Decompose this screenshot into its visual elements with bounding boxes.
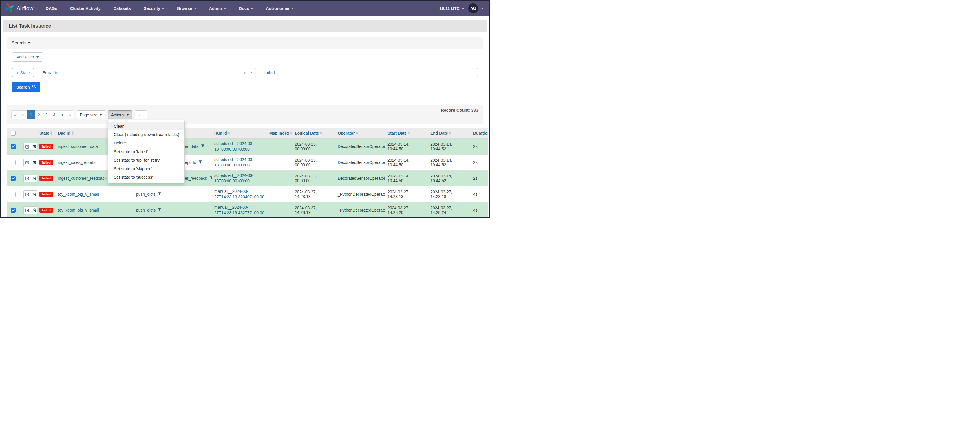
select-all-checkbox[interactable] (11, 131, 16, 136)
nav-item-dags[interactable]: DAGs (46, 6, 57, 11)
row-checkbox[interactable] (11, 160, 16, 165)
row-checkbox[interactable] (11, 192, 16, 197)
delete-record-button[interactable] (31, 191, 37, 198)
task-id-link[interactable]: push_dicts (136, 192, 156, 197)
actions-menu-item[interactable]: Set state to 'success' (108, 173, 185, 181)
nav-item-datasets[interactable]: Datasets (113, 6, 131, 11)
delete-record-button[interactable] (31, 207, 37, 214)
sort-icon[interactable] (356, 131, 358, 136)
nav-item-browse[interactable]: Browse (177, 6, 196, 11)
edit-record-button[interactable] (24, 207, 31, 214)
end-date-cell: 2024-03-27, 14:23:18 (428, 186, 471, 202)
dag-id-link[interactable]: ingest_customer_feedback (58, 176, 106, 181)
row-checkbox[interactable] (11, 144, 16, 149)
run-id-link[interactable]: manual__2024-03-27T14:23:13.323407+00:00 (214, 189, 265, 200)
filter-funnel-icon[interactable] (158, 192, 162, 197)
actions-menu-item[interactable]: Clear (108, 122, 185, 130)
actions-menu-item[interactable]: Set state to 'skipped' (108, 164, 185, 173)
row-checkbox[interactable] (11, 176, 16, 181)
dag-id-link[interactable]: ingest_sales_reports (58, 160, 95, 165)
duration-cell: 2s (471, 154, 488, 170)
remove-filter-icon[interactable]: x (16, 70, 18, 75)
sort-icon[interactable] (449, 131, 452, 136)
run-id-link[interactable]: scheduled__2024-03-13T00:00:00+00:00 (214, 173, 265, 184)
table-row: failed toy_xcom_big_v_small push_dicts m… (7, 186, 488, 202)
filter-funnel-icon[interactable] (201, 144, 205, 149)
start-date-cell: 2024-03-27, 14:28:20 (385, 202, 428, 218)
clock-label: 19:11 UTC (439, 6, 460, 11)
actions-menu-item[interactable]: Set state to 'failed' (108, 147, 185, 156)
column-header-run-id[interactable]: Run Id (212, 128, 267, 138)
dag-id-link[interactable]: ingest_customer_data (58, 144, 98, 149)
delete-record-button[interactable] (31, 175, 37, 182)
page-size-button[interactable]: Page size (76, 110, 105, 119)
user-menu[interactable]: AU (468, 3, 483, 13)
sort-icon[interactable] (320, 131, 322, 136)
pagination-page[interactable]: 3 (43, 110, 51, 119)
dag-id-link[interactable]: toy_xcom_big_v_small (58, 192, 99, 197)
duration-cell: 4s (471, 202, 488, 218)
actions-menu-item[interactable]: Delete (108, 139, 185, 147)
chevron-down-icon (291, 8, 294, 9)
nav-item-docs[interactable]: Docs (239, 6, 253, 11)
start-date-cell: 2024-03-14, 10:44:50 (385, 138, 428, 154)
sort-icon[interactable] (228, 131, 231, 136)
sort-icon[interactable] (50, 131, 53, 136)
clock-menu[interactable]: 19:11 UTC (439, 6, 464, 11)
edit-record-button[interactable] (24, 191, 31, 198)
pagination-page[interactable]: » (66, 110, 74, 119)
end-date-cell: 2024-03-27, 14:28:24 (428, 202, 471, 218)
filter-funnel-icon[interactable] (209, 176, 212, 181)
clear-select-icon[interactable]: x (244, 70, 246, 75)
run-id-link[interactable]: manual__2024-03-27T14:28:19.462777+00:00 (214, 205, 265, 216)
column-header-operator[interactable]: Operator (336, 128, 385, 138)
pagination-page[interactable]: 4 (50, 110, 58, 119)
column-header-end-date[interactable]: End Date (428, 128, 471, 138)
column-header-start-date[interactable]: Start Date (385, 128, 428, 138)
add-filter-button[interactable]: Add Filter (12, 53, 43, 62)
row-checkbox[interactable] (11, 208, 16, 213)
pagination-page[interactable]: < (19, 110, 27, 119)
nav-item-admin[interactable]: Admin (209, 6, 226, 11)
column-header-duration[interactable]: Duration (471, 128, 488, 138)
pagination-page[interactable]: 2 (35, 110, 43, 119)
filter-value-input[interactable] (261, 68, 478, 77)
run-id-link[interactable]: scheduled__2024-03-13T00:00:00+00:00 (214, 141, 265, 152)
delete-record-button[interactable] (31, 159, 37, 167)
filter-funnel-icon[interactable] (158, 208, 162, 213)
chevron-down-icon (100, 114, 102, 116)
nav-item-cluster-activity[interactable]: Cluster Activity (70, 6, 101, 11)
task-id-link[interactable]: push_dicts (136, 208, 156, 213)
search-panel-title: Search (11, 40, 26, 45)
actions-column-header (21, 128, 37, 138)
back-button[interactable]: ← (135, 110, 147, 119)
column-header-state[interactable]: State (37, 128, 56, 138)
sort-icon[interactable] (71, 131, 74, 136)
filter-funnel-icon[interactable] (198, 160, 202, 165)
sort-icon[interactable] (290, 131, 293, 136)
table-header-row: StateDag IdTask IdRun IdMap IndexLogical… (7, 128, 488, 138)
sort-icon[interactable] (407, 131, 410, 136)
filter-operator-select[interactable]: Equal to x (38, 68, 256, 77)
pagination-page[interactable]: « (11, 110, 19, 119)
actions-menu-item[interactable]: Set state to 'up_for_retry' (108, 156, 185, 164)
nav-item-security[interactable]: Security (144, 6, 164, 11)
actions-button[interactable]: Actions (108, 110, 132, 119)
pagination-page[interactable]: 1 (27, 110, 35, 119)
edit-record-button[interactable] (24, 159, 31, 167)
delete-record-button[interactable] (31, 143, 37, 151)
edit-record-button[interactable] (24, 175, 31, 182)
search-panel-header[interactable]: Search (7, 37, 483, 49)
column-header-logical-date[interactable]: Logical Date (293, 128, 336, 138)
search-button[interactable]: Search (12, 82, 40, 92)
run-id-link[interactable]: scheduled__2024-03-13T00:00:00+00:00 (214, 157, 265, 168)
operator-selected-value: Equal to (42, 70, 58, 75)
dag-id-link[interactable]: toy_xcom_big_v_small (58, 208, 99, 213)
edit-record-button[interactable] (24, 143, 31, 151)
nav-item-astronomer[interactable]: Astronomer (266, 6, 294, 11)
brand[interactable]: Airflow (4, 3, 33, 14)
column-header-map-index[interactable]: Map Index (267, 128, 293, 138)
state-filter-chip[interactable]: x State (12, 68, 34, 77)
actions-menu-item[interactable]: Clear (including downstream tasks) (108, 130, 185, 138)
pagination-page[interactable]: > (58, 110, 66, 119)
